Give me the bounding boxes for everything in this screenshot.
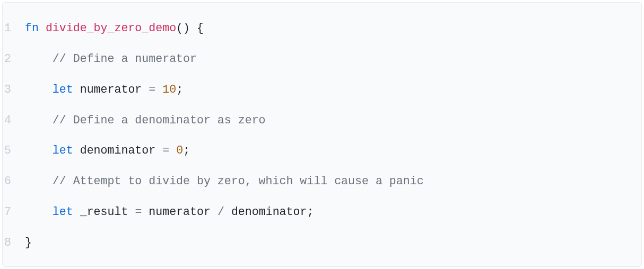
code-content: let numerator = 10; <box>25 75 183 105</box>
token-ident: _result <box>80 205 128 218</box>
code-content: // Attempt to divide by zero, which will… <box>25 166 424 197</box>
token-whitespace <box>25 175 53 187</box>
token-kw: let <box>53 205 73 218</box>
line-number: 8 <box>3 228 25 258</box>
line-number: 7 <box>3 197 25 228</box>
token-whitespace <box>142 205 149 218</box>
token-whitespace <box>25 144 53 157</box>
token-whitespace <box>25 52 53 65</box>
token-kw: let <box>53 83 73 96</box>
token-whitespace <box>73 144 80 157</box>
code-content: // Define a numerator <box>25 44 197 75</box>
token-whitespace <box>39 22 46 34</box>
line-number: 1 <box>3 13 25 44</box>
code-content: let denominator = 0; <box>25 136 190 166</box>
line-number: 6 <box>3 166 25 197</box>
code-line: 6 // Attempt to divide by zero, which wi… <box>3 166 641 197</box>
token-comment: // Define a numerator <box>53 52 197 65</box>
token-number: 0 <box>176 144 183 157</box>
token-punct: ; <box>307 205 314 218</box>
code-line: 1fn divide_by_zero_demo() { <box>3 13 641 44</box>
token-whitespace <box>73 205 80 218</box>
token-kw: let <box>53 144 73 157</box>
code-line: 2 // Define a numerator <box>3 44 641 75</box>
code-line: 7 let _result = numerator / denominator; <box>3 197 641 228</box>
token-punct: } <box>25 236 32 249</box>
token-whitespace <box>25 114 53 127</box>
token-whitespace <box>25 83 53 96</box>
code-content: // Define a denominator as zero <box>25 105 266 136</box>
token-whitespace <box>211 205 217 218</box>
token-whitespace <box>155 144 162 157</box>
line-number: 5 <box>3 136 25 166</box>
token-comment: // Attempt to divide by zero, which will… <box>53 175 424 187</box>
code-content: let _result = numerator / denominator; <box>25 197 314 228</box>
token-ident: denominator <box>231 205 307 218</box>
token-whitespace <box>169 144 176 157</box>
token-paren: () <box>176 22 190 34</box>
token-whitespace <box>224 205 231 218</box>
token-ident: denominator <box>80 144 156 157</box>
token-punct: { <box>197 22 204 34</box>
token-op: = <box>149 83 155 96</box>
code-line: 4 // Define a denominator as zero <box>3 105 641 136</box>
code-block: 1fn divide_by_zero_demo() {2 // Define a… <box>2 2 642 267</box>
token-whitespace <box>155 83 162 96</box>
token-ident: numerator <box>149 205 211 218</box>
token-op: / <box>217 205 224 218</box>
line-number: 3 <box>3 75 25 105</box>
token-comment: // Define a denominator as zero <box>53 114 266 127</box>
token-number: 10 <box>162 83 176 96</box>
code-line: 8} <box>3 228 641 258</box>
token-op: = <box>162 144 169 157</box>
token-whitespace <box>128 205 135 218</box>
token-whitespace <box>73 83 80 96</box>
token-whitespace <box>142 83 149 96</box>
code-line: 5 let denominator = 0; <box>3 136 641 166</box>
line-number: 2 <box>3 44 25 75</box>
code-line: 3 let numerator = 10; <box>3 75 641 105</box>
token-whitespace <box>190 22 197 34</box>
token-ident: numerator <box>80 83 142 96</box>
token-kw: fn <box>25 22 39 34</box>
token-op: = <box>135 205 142 218</box>
token-punct: ; <box>176 83 183 96</box>
token-whitespace <box>25 205 53 218</box>
line-number: 4 <box>3 105 25 136</box>
token-punct: ; <box>183 144 190 157</box>
code-content: } <box>25 228 32 258</box>
token-fn-name: divide_by_zero_demo <box>46 22 176 34</box>
code-content: fn divide_by_zero_demo() { <box>25 13 204 44</box>
